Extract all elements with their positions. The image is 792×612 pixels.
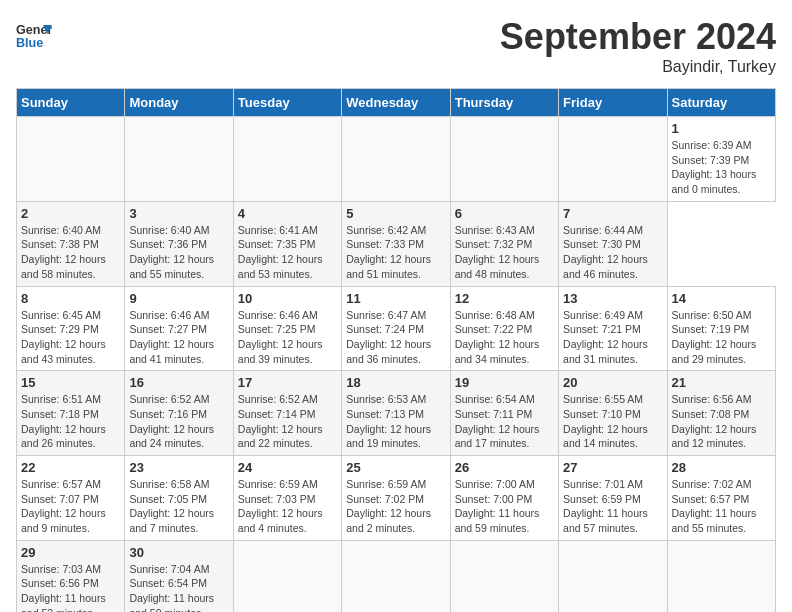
day-number: 23	[129, 460, 228, 475]
empty-cell	[559, 117, 667, 202]
day-number: 7	[563, 206, 662, 221]
empty-cell	[450, 117, 558, 202]
empty-cell	[559, 540, 667, 612]
empty-cell	[450, 540, 558, 612]
day-cell-5: 5Sunrise: 6:42 AM Sunset: 7:33 PM Daylig…	[342, 201, 450, 286]
day-cell-15: 15Sunrise: 6:51 AM Sunset: 7:18 PM Dayli…	[17, 371, 125, 456]
day-cell-1: 1Sunrise: 6:39 AM Sunset: 7:39 PM Daylig…	[667, 117, 775, 202]
day-number: 14	[672, 291, 771, 306]
day-cell-17: 17Sunrise: 6:52 AM Sunset: 7:14 PM Dayli…	[233, 371, 341, 456]
day-cell-16: 16Sunrise: 6:52 AM Sunset: 7:16 PM Dayli…	[125, 371, 233, 456]
day-info: Sunrise: 6:45 AM Sunset: 7:29 PM Dayligh…	[21, 308, 120, 367]
day-info: Sunrise: 6:58 AM Sunset: 7:05 PM Dayligh…	[129, 477, 228, 536]
empty-cell	[233, 117, 341, 202]
empty-cell	[233, 540, 341, 612]
weekday-saturday: Saturday	[667, 89, 775, 117]
day-number: 6	[455, 206, 554, 221]
day-cell-2: 2Sunrise: 6:40 AM Sunset: 7:38 PM Daylig…	[17, 201, 125, 286]
day-cell-9: 9Sunrise: 6:46 AM Sunset: 7:27 PM Daylig…	[125, 286, 233, 371]
day-info: Sunrise: 6:52 AM Sunset: 7:16 PM Dayligh…	[129, 392, 228, 451]
day-number: 20	[563, 375, 662, 390]
day-number: 25	[346, 460, 445, 475]
day-cell-11: 11Sunrise: 6:47 AM Sunset: 7:24 PM Dayli…	[342, 286, 450, 371]
calendar-table: SundayMondayTuesdayWednesdayThursdayFrid…	[16, 88, 776, 612]
day-info: Sunrise: 6:40 AM Sunset: 7:36 PM Dayligh…	[129, 223, 228, 282]
month-title: September 2024	[500, 16, 776, 58]
day-info: Sunrise: 6:43 AM Sunset: 7:32 PM Dayligh…	[455, 223, 554, 282]
day-number: 13	[563, 291, 662, 306]
day-number: 16	[129, 375, 228, 390]
svg-text:Blue: Blue	[16, 36, 43, 50]
day-number: 5	[346, 206, 445, 221]
day-number: 24	[238, 460, 337, 475]
day-number: 30	[129, 545, 228, 560]
day-cell-27: 27Sunrise: 7:01 AM Sunset: 6:59 PM Dayli…	[559, 456, 667, 541]
weekday-sunday: Sunday	[17, 89, 125, 117]
day-info: Sunrise: 6:54 AM Sunset: 7:11 PM Dayligh…	[455, 392, 554, 451]
day-info: Sunrise: 6:42 AM Sunset: 7:33 PM Dayligh…	[346, 223, 445, 282]
day-info: Sunrise: 6:48 AM Sunset: 7:22 PM Dayligh…	[455, 308, 554, 367]
day-number: 22	[21, 460, 120, 475]
calendar-week-6: 29Sunrise: 7:03 AM Sunset: 6:56 PM Dayli…	[17, 540, 776, 612]
empty-cell	[125, 117, 233, 202]
weekday-wednesday: Wednesday	[342, 89, 450, 117]
day-number: 26	[455, 460, 554, 475]
day-info: Sunrise: 6:44 AM Sunset: 7:30 PM Dayligh…	[563, 223, 662, 282]
day-cell-12: 12Sunrise: 6:48 AM Sunset: 7:22 PM Dayli…	[450, 286, 558, 371]
empty-cell	[667, 540, 775, 612]
weekday-header-row: SundayMondayTuesdayWednesdayThursdayFrid…	[17, 89, 776, 117]
logo: General Blue	[16, 16, 52, 52]
day-cell-14: 14Sunrise: 6:50 AM Sunset: 7:19 PM Dayli…	[667, 286, 775, 371]
day-info: Sunrise: 6:53 AM Sunset: 7:13 PM Dayligh…	[346, 392, 445, 451]
empty-cell	[342, 540, 450, 612]
day-cell-28: 28Sunrise: 7:02 AM Sunset: 6:57 PM Dayli…	[667, 456, 775, 541]
day-info: Sunrise: 7:02 AM Sunset: 6:57 PM Dayligh…	[672, 477, 771, 536]
calendar-week-4: 15Sunrise: 6:51 AM Sunset: 7:18 PM Dayli…	[17, 371, 776, 456]
day-number: 29	[21, 545, 120, 560]
day-number: 10	[238, 291, 337, 306]
day-info: Sunrise: 6:39 AM Sunset: 7:39 PM Dayligh…	[672, 138, 771, 197]
empty-cell	[342, 117, 450, 202]
day-cell-7: 7Sunrise: 6:44 AM Sunset: 7:30 PM Daylig…	[559, 201, 667, 286]
day-info: Sunrise: 6:49 AM Sunset: 7:21 PM Dayligh…	[563, 308, 662, 367]
weekday-thursday: Thursday	[450, 89, 558, 117]
day-info: Sunrise: 7:01 AM Sunset: 6:59 PM Dayligh…	[563, 477, 662, 536]
day-number: 1	[672, 121, 771, 136]
day-info: Sunrise: 6:46 AM Sunset: 7:27 PM Dayligh…	[129, 308, 228, 367]
day-info: Sunrise: 6:50 AM Sunset: 7:19 PM Dayligh…	[672, 308, 771, 367]
day-number: 28	[672, 460, 771, 475]
day-cell-20: 20Sunrise: 6:55 AM Sunset: 7:10 PM Dayli…	[559, 371, 667, 456]
day-number: 9	[129, 291, 228, 306]
day-cell-3: 3Sunrise: 6:40 AM Sunset: 7:36 PM Daylig…	[125, 201, 233, 286]
day-cell-10: 10Sunrise: 6:46 AM Sunset: 7:25 PM Dayli…	[233, 286, 341, 371]
day-number: 11	[346, 291, 445, 306]
day-cell-13: 13Sunrise: 6:49 AM Sunset: 7:21 PM Dayli…	[559, 286, 667, 371]
day-info: Sunrise: 6:59 AM Sunset: 7:03 PM Dayligh…	[238, 477, 337, 536]
calendar-week-2: 2Sunrise: 6:40 AM Sunset: 7:38 PM Daylig…	[17, 201, 776, 286]
day-cell-22: 22Sunrise: 6:57 AM Sunset: 7:07 PM Dayli…	[17, 456, 125, 541]
day-cell-18: 18Sunrise: 6:53 AM Sunset: 7:13 PM Dayli…	[342, 371, 450, 456]
day-cell-4: 4Sunrise: 6:41 AM Sunset: 7:35 PM Daylig…	[233, 201, 341, 286]
day-info: Sunrise: 6:47 AM Sunset: 7:24 PM Dayligh…	[346, 308, 445, 367]
day-number: 15	[21, 375, 120, 390]
day-info: Sunrise: 6:40 AM Sunset: 7:38 PM Dayligh…	[21, 223, 120, 282]
day-number: 2	[21, 206, 120, 221]
logo-icon: General Blue	[16, 16, 52, 52]
weekday-tuesday: Tuesday	[233, 89, 341, 117]
calendar-week-3: 8Sunrise: 6:45 AM Sunset: 7:29 PM Daylig…	[17, 286, 776, 371]
calendar-body: 1Sunrise: 6:39 AM Sunset: 7:39 PM Daylig…	[17, 117, 776, 613]
day-info: Sunrise: 6:41 AM Sunset: 7:35 PM Dayligh…	[238, 223, 337, 282]
weekday-monday: Monday	[125, 89, 233, 117]
day-number: 17	[238, 375, 337, 390]
day-info: Sunrise: 7:00 AM Sunset: 7:00 PM Dayligh…	[455, 477, 554, 536]
day-info: Sunrise: 7:03 AM Sunset: 6:56 PM Dayligh…	[21, 562, 120, 612]
day-cell-19: 19Sunrise: 6:54 AM Sunset: 7:11 PM Dayli…	[450, 371, 558, 456]
day-number: 3	[129, 206, 228, 221]
day-info: Sunrise: 6:55 AM Sunset: 7:10 PM Dayligh…	[563, 392, 662, 451]
weekday-friday: Friday	[559, 89, 667, 117]
day-number: 12	[455, 291, 554, 306]
day-number: 21	[672, 375, 771, 390]
day-info: Sunrise: 6:56 AM Sunset: 7:08 PM Dayligh…	[672, 392, 771, 451]
day-cell-30: 30Sunrise: 7:04 AM Sunset: 6:54 PM Dayli…	[125, 540, 233, 612]
day-cell-8: 8Sunrise: 6:45 AM Sunset: 7:29 PM Daylig…	[17, 286, 125, 371]
